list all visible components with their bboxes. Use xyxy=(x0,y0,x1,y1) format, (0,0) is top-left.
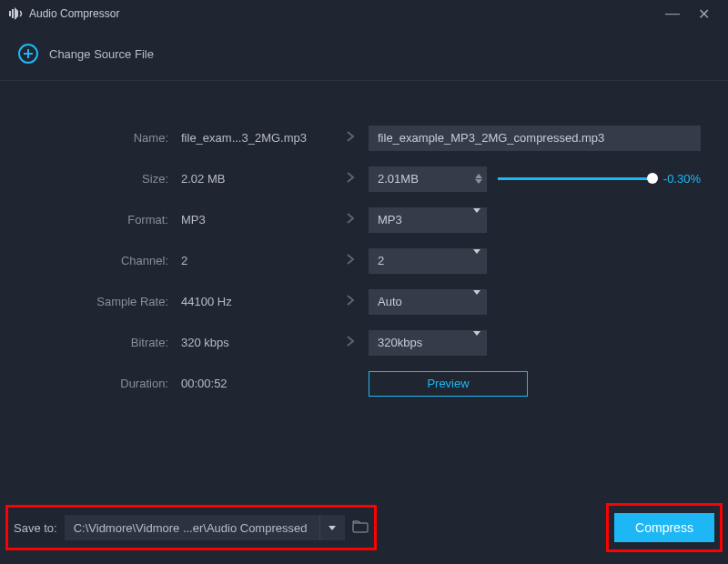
bitrate-select[interactable]: 320kbps xyxy=(369,330,487,356)
svg-rect-1 xyxy=(12,9,14,18)
change-source-row[interactable]: Change Source File xyxy=(0,27,728,80)
source-bitrate: 320 kbps xyxy=(177,336,332,349)
format-value: MP3 xyxy=(369,213,467,227)
plus-circle-icon xyxy=(18,44,38,64)
channel-value: 2 xyxy=(369,254,467,267)
open-folder-button[interactable] xyxy=(352,520,369,536)
chevron-down-icon xyxy=(467,213,487,227)
step-down-icon[interactable] xyxy=(475,179,482,184)
compress-button[interactable]: Compress xyxy=(614,513,714,542)
size-percent: -0.30% xyxy=(663,172,701,186)
bitrate-value: 320kbps xyxy=(369,336,467,349)
label-sample-rate: Sample Rate: xyxy=(18,295,177,308)
target-size-value: 2.01MB xyxy=(369,172,470,186)
source-format: MP3 xyxy=(177,213,332,227)
arrow-icon xyxy=(332,335,369,350)
source-size: 2.02 MB xyxy=(177,172,332,186)
row-bitrate: Bitrate: 320 kbps 320kbps xyxy=(18,322,710,363)
label-name: Name: xyxy=(18,131,177,145)
label-channel: Channel: xyxy=(18,254,177,267)
save-to-highlight: Save to: C:\Vidmore\Vidmore ...er\Audio … xyxy=(5,505,377,550)
minimize-button[interactable]: — xyxy=(657,5,688,22)
change-source-label: Change Source File xyxy=(49,47,154,61)
arrow-icon xyxy=(332,130,369,146)
label-bitrate: Bitrate: xyxy=(18,336,177,349)
target-size-spinbox[interactable]: 2.01MB xyxy=(369,166,487,192)
row-size: Size: 2.02 MB 2.01MB -0.30% xyxy=(18,158,710,199)
sample-rate-value: Auto xyxy=(369,295,467,308)
row-name: Name: file_exam...3_2MG.mp3 xyxy=(18,117,710,158)
settings-form: Name: file_exam...3_2MG.mp3 Size: 2.02 M… xyxy=(0,81,728,404)
size-slider-wrap: -0.30% xyxy=(487,172,710,186)
path-dropdown[interactable] xyxy=(319,515,345,540)
format-select[interactable]: MP3 xyxy=(369,207,487,233)
save-path-box[interactable]: C:\Vidmore\Vidmore ...er\Audio Compresse… xyxy=(65,515,345,540)
channel-select[interactable]: 2 xyxy=(369,248,487,274)
row-channel: Channel: 2 2 xyxy=(18,240,710,281)
row-sample-rate: Sample Rate: 44100 Hz Auto xyxy=(18,281,710,322)
save-to-label: Save to: xyxy=(14,521,57,535)
step-up-icon[interactable] xyxy=(475,174,482,178)
compress-highlight: Compress xyxy=(606,503,723,552)
size-slider[interactable] xyxy=(498,177,652,180)
footer: Save to: C:\Vidmore\Vidmore ...er\Audio … xyxy=(0,500,728,555)
arrow-icon xyxy=(332,253,369,268)
window-title: Audio Compressor xyxy=(29,7,657,20)
row-format: Format: MP3 MP3 xyxy=(18,199,710,240)
label-duration: Duration: xyxy=(18,377,177,390)
chevron-down-icon xyxy=(467,254,487,267)
source-channel: 2 xyxy=(177,254,332,267)
label-size: Size: xyxy=(18,172,177,186)
source-name: file_exam...3_2MG.mp3 xyxy=(177,131,332,145)
title-bar: Audio Compressor — ✕ xyxy=(0,0,728,27)
save-path: C:\Vidmore\Vidmore ...er\Audio Compresse… xyxy=(65,521,319,535)
chevron-down-icon xyxy=(467,295,487,308)
svg-rect-0 xyxy=(9,11,11,16)
source-sample-rate: 44100 Hz xyxy=(177,295,332,308)
slider-thumb[interactable] xyxy=(647,173,658,184)
sample-rate-select[interactable]: Auto xyxy=(369,289,487,315)
close-button[interactable]: ✕ xyxy=(688,5,719,23)
app-icon xyxy=(9,7,24,20)
source-duration: 00:00:52 xyxy=(177,377,332,390)
arrow-icon xyxy=(332,212,369,227)
preview-button[interactable]: Preview xyxy=(369,371,528,397)
arrow-icon xyxy=(332,171,369,186)
row-duration: Duration: 00:00:52 Preview xyxy=(18,363,710,404)
label-format: Format: xyxy=(18,213,177,227)
svg-rect-2 xyxy=(353,523,368,532)
size-steppers[interactable] xyxy=(470,174,487,184)
output-name-input[interactable] xyxy=(369,126,701,151)
arrow-icon xyxy=(332,294,369,309)
chevron-down-icon xyxy=(467,336,487,349)
